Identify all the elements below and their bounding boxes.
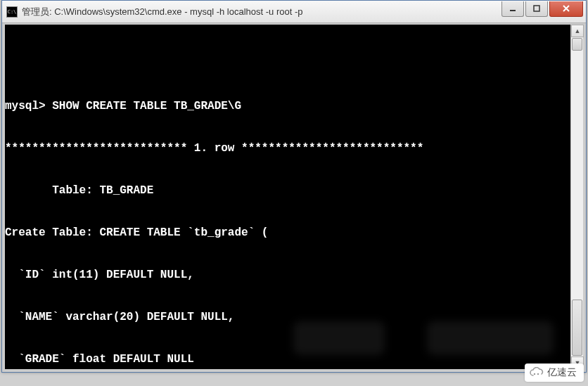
brand-text: 亿速云 [547, 366, 577, 379]
maximize-button[interactable] [525, 1, 548, 17]
svg-point-3 [537, 373, 539, 375]
terminal-line: *************************** 1. row *****… [5, 141, 583, 155]
scroll-thumb-top[interactable] [572, 38, 582, 51]
brand-badge: 亿速云 [525, 364, 584, 382]
terminal-line: mysql> SHOW CREATE TABLE TB_GRADE\G [5, 99, 583, 113]
app-window: C:\ 管理员: C:\Windows\system32\cmd.exe - m… [1, 0, 587, 373]
terminal-line: Table: TB_GRADE [5, 184, 583, 198]
terminal[interactable]: mysql> SHOW CREATE TABLE TB_GRADE\G ****… [5, 25, 583, 369]
scroll-thumb-bottom[interactable] [572, 300, 582, 356]
minimize-button[interactable] [501, 1, 524, 17]
console-frame: mysql> SHOW CREATE TABLE TB_GRADE\G ****… [2, 23, 586, 372]
svg-rect-0 [510, 10, 516, 11]
minimize-icon [509, 5, 516, 12]
watermark-blur [427, 321, 554, 355]
window-controls [500, 1, 583, 17]
scroll-up-button[interactable]: ▲ [571, 25, 584, 37]
maximize-icon [533, 5, 540, 12]
cloud-icon [529, 367, 544, 378]
terminal-line: `ID` int(11) DEFAULT NULL, [5, 268, 583, 282]
svg-rect-1 [534, 6, 539, 11]
vertical-scrollbar[interactable]: ▲ ▼ [570, 25, 583, 369]
cmd-icon: C:\ [6, 6, 18, 18]
close-icon [562, 5, 570, 12]
close-button[interactable] [549, 1, 583, 17]
terminal-line: Create Table: CREATE TABLE `tb_grade` ( [5, 226, 583, 240]
svg-point-2 [534, 373, 535, 375]
terminal-cropped-top [5, 53, 583, 71]
watermark-blur [293, 321, 385, 355]
window-title: 管理员: C:\Windows\system32\cmd.exe - mysql… [22, 6, 500, 18]
titlebar[interactable]: C:\ 管理员: C:\Windows\system32\cmd.exe - m… [2, 1, 586, 23]
